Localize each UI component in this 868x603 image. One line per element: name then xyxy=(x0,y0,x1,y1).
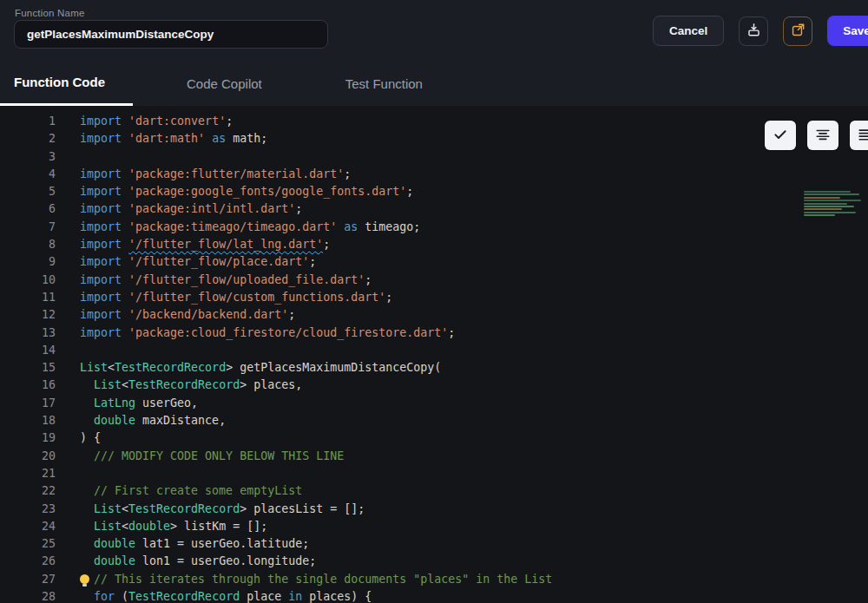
code-line[interactable]: 3 xyxy=(0,148,868,166)
code-line[interactable]: 26 double lon1 = userGeo.longitude; xyxy=(0,553,868,570)
code-line[interactable]: 9import '/flutter_flow/place.dart'; xyxy=(0,253,868,271)
download-code-button[interactable] xyxy=(739,16,768,46)
code-line[interactable]: 10import '/flutter_flow/uploaded_file.da… xyxy=(0,272,868,289)
lightbulb-icon[interactable] xyxy=(80,574,89,584)
line-number: 25 xyxy=(0,535,56,553)
header-actions: Cancel Save xyxy=(653,16,868,46)
code-line[interactable]: 25 double lat1 = userGeo.latitude; xyxy=(0,535,868,553)
line-number: 21 xyxy=(0,465,56,482)
function-name-input[interactable] xyxy=(14,20,328,49)
download-icon xyxy=(746,22,762,41)
align-justify-icon xyxy=(858,127,868,145)
code-lines[interactable]: 1import 'dart:convert';2import 'dart:mat… xyxy=(0,106,868,603)
code-line[interactable]: 14 xyxy=(0,342,868,359)
code-line[interactable]: 20 /// MODIFY CODE ONLY BELOW THIS LINE xyxy=(0,448,868,465)
line-number: 24 xyxy=(0,518,56,535)
line-number: 17 xyxy=(0,395,56,412)
line-number: 6 xyxy=(0,200,56,218)
line-number: 22 xyxy=(0,482,56,500)
code-line[interactable]: 17 LatLng userGeo, xyxy=(0,395,868,412)
line-wrap-button[interactable] xyxy=(850,121,868,150)
code-line[interactable]: 21 xyxy=(0,465,868,482)
code-line[interactable]: 11import '/flutter_flow/custom_functions… xyxy=(0,289,868,306)
code-line[interactable]: 24 List<double> listKm = []; xyxy=(0,518,868,535)
code-line[interactable]: 1import 'dart:convert'; xyxy=(0,113,868,130)
line-number: 16 xyxy=(0,377,56,394)
line-number: 2 xyxy=(0,130,56,147)
code-line[interactable]: 22 // First create some emptyList xyxy=(0,482,868,500)
code-line[interactable]: 15List<TestRecordRecord> getPlacesMaximu… xyxy=(0,359,868,377)
align-center-icon xyxy=(815,127,831,145)
code-line[interactable]: 13import 'package:cloud_firestore/cloud_… xyxy=(0,324,868,342)
line-number: 28 xyxy=(0,588,56,603)
line-number: 19 xyxy=(0,429,56,447)
code-line[interactable]: 4import 'package:flutter/material.dart'; xyxy=(0,166,868,183)
code-line[interactable]: 12import '/backend/backend.dart'; xyxy=(0,306,868,324)
line-number: 10 xyxy=(0,272,56,289)
editor-toolbar xyxy=(765,121,868,150)
header: Function Name Cancel Save xyxy=(0,0,868,61)
tab-code-copilot[interactable]: Code Copilot xyxy=(183,61,266,106)
code-line[interactable]: 23 List<TestRecordRecord> placesList = [… xyxy=(0,501,868,518)
expand-editor-button[interactable] xyxy=(783,16,812,46)
format-code-button[interactable] xyxy=(807,121,838,150)
cancel-button[interactable]: Cancel xyxy=(653,16,724,46)
code-line[interactable]: 7import 'package:timeago/timeago.dart' a… xyxy=(0,219,868,236)
open-in-new-icon xyxy=(790,22,806,41)
line-number: 15 xyxy=(0,359,56,377)
line-number: 3 xyxy=(0,148,56,166)
code-line[interactable]: 18 double maxDistance, xyxy=(0,412,868,429)
line-number: 27 xyxy=(0,571,56,588)
line-number: 14 xyxy=(0,342,56,359)
line-number: 9 xyxy=(0,253,56,271)
line-number: 1 xyxy=(0,113,56,130)
code-line[interactable]: 27// This iterates through the single do… xyxy=(0,571,868,588)
line-number: 11 xyxy=(0,289,56,306)
line-number: 7 xyxy=(0,219,56,236)
tab-test-function[interactable]: Test Function xyxy=(342,61,426,106)
code-line[interactable]: 19) { xyxy=(0,429,868,447)
validate-code-button[interactable] xyxy=(765,121,796,150)
code-line[interactable]: 28 for (TestRecordRecord place in places… xyxy=(0,588,868,603)
code-line[interactable]: 6import 'package:intl/intl.dart'; xyxy=(0,200,868,218)
line-number: 23 xyxy=(0,501,56,518)
save-button[interactable]: Save xyxy=(827,16,868,46)
tab-bar: Function Code Code Copilot Test Function xyxy=(0,61,868,106)
code-line[interactable]: 5import 'package:google_fonts/google_fon… xyxy=(0,183,868,200)
code-line[interactable]: 16 List<TestRecordRecord> places, xyxy=(0,377,868,394)
code-editor[interactable]: 1import 'dart:convert';2import 'dart:mat… xyxy=(0,106,868,603)
code-line[interactable]: 8import '/flutter_flow/lat_lng.dart'; xyxy=(0,236,868,253)
line-number: 13 xyxy=(0,324,56,342)
line-number: 8 xyxy=(0,236,56,253)
check-icon xyxy=(773,127,788,145)
line-number: 20 xyxy=(0,448,56,465)
line-number: 18 xyxy=(0,412,56,429)
line-number: 12 xyxy=(0,306,56,324)
line-number: 4 xyxy=(0,166,56,183)
code-line[interactable]: 2import 'dart:math' as math; xyxy=(0,130,868,147)
line-number: 5 xyxy=(0,183,56,200)
line-number: 26 xyxy=(0,553,56,570)
function-name-label: Function Name xyxy=(15,8,85,18)
tab-function-code[interactable]: Function Code xyxy=(0,61,133,106)
minimap[interactable] xyxy=(800,191,868,218)
